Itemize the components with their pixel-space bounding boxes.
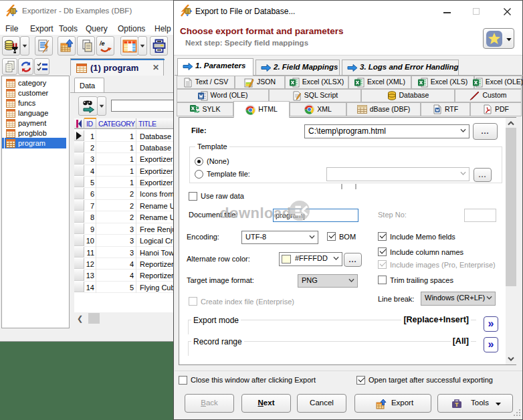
svg-text:/e: /e <box>99 40 105 47</box>
